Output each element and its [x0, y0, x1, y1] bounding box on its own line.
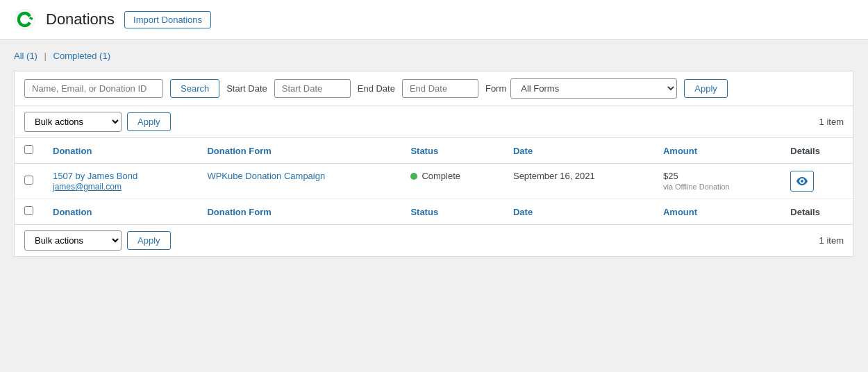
row-details-cell [781, 164, 853, 199]
tab-separator: | [44, 51, 47, 61]
start-date-label: Start Date [226, 83, 267, 94]
bulk-actions-top: Bulk actions Apply 1 item [15, 106, 853, 138]
search-input[interactable] [24, 79, 163, 98]
bulk-actions-select-bottom[interactable]: Bulk actions [24, 230, 122, 251]
bulk-apply-button-bottom[interactable]: Apply [127, 231, 171, 250]
table-header-row: Donation Donation Form Status Date Amoun… [15, 138, 853, 164]
form-label: Form [485, 83, 506, 94]
end-date-label: End Date [358, 83, 395, 94]
col-amount[interactable]: Amount [653, 138, 781, 164]
filter-tabs: All (1) | Completed (1) [14, 51, 854, 61]
donation-date: September 16, 2021 [513, 171, 595, 181]
page-title: Donations [46, 10, 115, 28]
import-donations-button[interactable]: Import Donations [124, 11, 211, 28]
donation-email-link[interactable]: james@gmail.com [53, 182, 122, 192]
table-body: 1507 by James Bond james@gmail.com WPKub… [15, 164, 853, 199]
eye-icon [796, 177, 808, 185]
donations-table-wrapper: Bulk actions Apply 1 item Donation Donat… [14, 106, 854, 257]
search-bar: Search Start Date End Date Form All Form… [14, 71, 854, 106]
row-status-cell: Complete [401, 164, 503, 199]
table-footer-header: Donation Donation Form Status Date Amoun… [15, 199, 853, 225]
bulk-actions-bottom: Bulk actions Apply 1 item [15, 224, 853, 256]
bulk-apply-button-top[interactable]: Apply [127, 112, 171, 131]
donations-table: Donation Donation Form Status Date Amoun… [15, 138, 853, 224]
col-foot-status[interactable]: Status [401, 199, 503, 225]
apply-filter-button[interactable]: Apply [684, 79, 728, 98]
row-form-cell: WPKube Donation Campaign [197, 164, 401, 199]
donation-amount: $25 [663, 171, 771, 181]
item-count-bottom: 1 item [819, 235, 844, 246]
col-checkbox [15, 138, 43, 164]
tab-completed[interactable]: Completed (1) [53, 51, 110, 61]
table-footer-header-row: Donation Donation Form Status Date Amoun… [15, 199, 853, 225]
view-details-button[interactable] [790, 171, 814, 192]
row-date-cell: September 16, 2021 [503, 164, 653, 199]
col-foot-form[interactable]: Donation Form [197, 199, 401, 225]
col-form[interactable]: Donation Form [197, 138, 401, 164]
select-all-checkbox[interactable] [24, 145, 33, 154]
bulk-actions-select-top[interactable]: Bulk actions [24, 112, 122, 132]
donation-id-link[interactable]: 1507 by James Bond [53, 171, 187, 181]
status-dot-complete [410, 173, 417, 180]
col-foot-checkbox [15, 199, 43, 225]
row-donation-cell: 1507 by James Bond james@gmail.com [43, 164, 197, 199]
row-checkbox[interactable] [24, 176, 33, 185]
search-button[interactable]: Search [170, 79, 219, 98]
donation-form-link[interactable]: WPKube Donation Campaign [207, 171, 325, 181]
status-label: Complete [422, 171, 460, 181]
col-foot-donation[interactable]: Donation [43, 199, 197, 225]
tab-all[interactable]: All (1) [14, 51, 37, 61]
col-foot-date[interactable]: Date [503, 199, 653, 225]
row-amount-cell: $25 via Offline Donation [653, 164, 781, 199]
page-header: Donations Import Donations [0, 0, 868, 40]
col-status[interactable]: Status [401, 138, 503, 164]
col-foot-details: Details [781, 199, 853, 225]
donation-via: via Offline Donation [663, 183, 730, 191]
form-select[interactable]: All Forms [510, 78, 677, 99]
table-row: 1507 by James Bond james@gmail.com WPKub… [15, 164, 853, 199]
start-date-input[interactable] [274, 79, 351, 98]
col-donation[interactable]: Donation [43, 138, 197, 164]
item-count-top: 1 item [819, 117, 844, 127]
col-foot-amount[interactable]: Amount [653, 199, 781, 225]
main-content: All (1) | Completed (1) Search Start Dat… [0, 40, 868, 268]
bulk-action-left-bottom: Bulk actions Apply [24, 230, 171, 251]
table-header: Donation Donation Form Status Date Amoun… [15, 138, 853, 164]
brand-logo [14, 8, 36, 31]
row-checkbox-cell [15, 164, 43, 199]
bulk-action-left-top: Bulk actions Apply [24, 112, 171, 132]
form-filter-wrap: Form All Forms [485, 78, 677, 99]
col-details: Details [781, 138, 853, 164]
end-date-input[interactable] [402, 79, 478, 98]
col-date[interactable]: Date [503, 138, 653, 164]
status-badge: Complete [410, 171, 494, 181]
select-all-checkbox-bottom[interactable] [24, 206, 33, 215]
